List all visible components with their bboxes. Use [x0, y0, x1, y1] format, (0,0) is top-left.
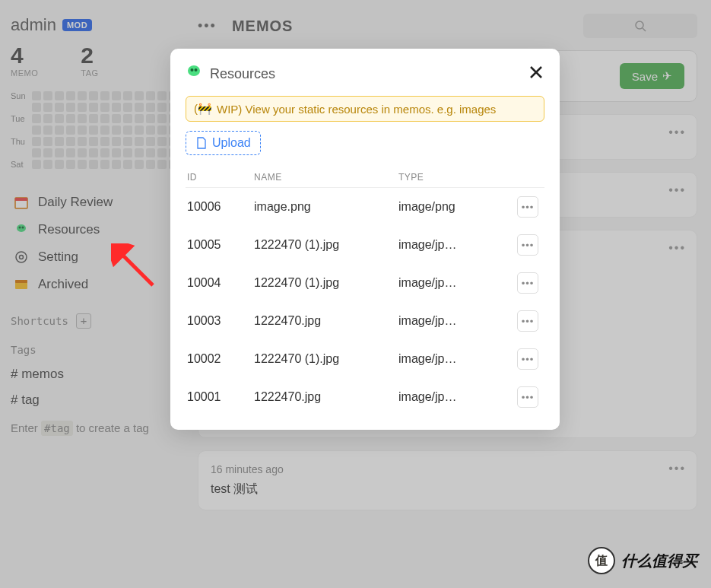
- table-row: 100041222470 (1).jpgimage/jp…•••: [186, 264, 544, 302]
- row-more-icon[interactable]: •••: [517, 348, 538, 370]
- row-more-icon[interactable]: •••: [517, 234, 538, 256]
- table-row: 100031222470.jpgimage/jp…•••: [186, 302, 544, 340]
- table-row: 100051222470 (1).jpgimage/jp…•••: [186, 226, 544, 264]
- resources-table: ID NAME TYPE 10006image.pngimage/png••• …: [186, 167, 544, 416]
- table-header: ID NAME TYPE: [186, 167, 544, 188]
- svg-point-12: [191, 68, 194, 72]
- svg-point-11: [188, 65, 200, 76]
- col-id: ID: [186, 172, 254, 183]
- table-row: 10006image.pngimage/png•••: [186, 188, 544, 226]
- wip-banner: (🚧 WIP) View your static resources in me…: [186, 96, 544, 122]
- col-name: NAME: [254, 172, 398, 183]
- table-row: 100011222470.jpgimage/jp…•••: [186, 378, 544, 416]
- construction-icon: (🚧: [194, 102, 212, 116]
- watermark-badge: 值 什么值得买: [588, 547, 697, 574]
- resources-modal: Resources (🚧 WIP) View your static resou…: [170, 49, 560, 430]
- package-icon: [186, 64, 202, 84]
- col-type: TYPE: [398, 172, 517, 183]
- row-more-icon[interactable]: •••: [517, 386, 538, 408]
- watermark-circle: 值: [588, 547, 615, 574]
- row-more-icon[interactable]: •••: [517, 272, 538, 294]
- upload-button[interactable]: Upload: [186, 131, 261, 155]
- upload-label: Upload: [212, 136, 251, 150]
- watermark-text: 什么值得买: [621, 551, 697, 571]
- svg-point-13: [195, 68, 198, 72]
- table-row: 100021222470 (1).jpgimage/jp…•••: [186, 340, 544, 378]
- wip-text: WIP) View your static resources in memos…: [217, 103, 496, 116]
- row-more-icon[interactable]: •••: [517, 310, 538, 332]
- row-more-icon[interactable]: •••: [517, 196, 538, 218]
- modal-title: Resources: [210, 66, 275, 82]
- close-icon[interactable]: [528, 64, 544, 84]
- file-icon: [195, 137, 208, 149]
